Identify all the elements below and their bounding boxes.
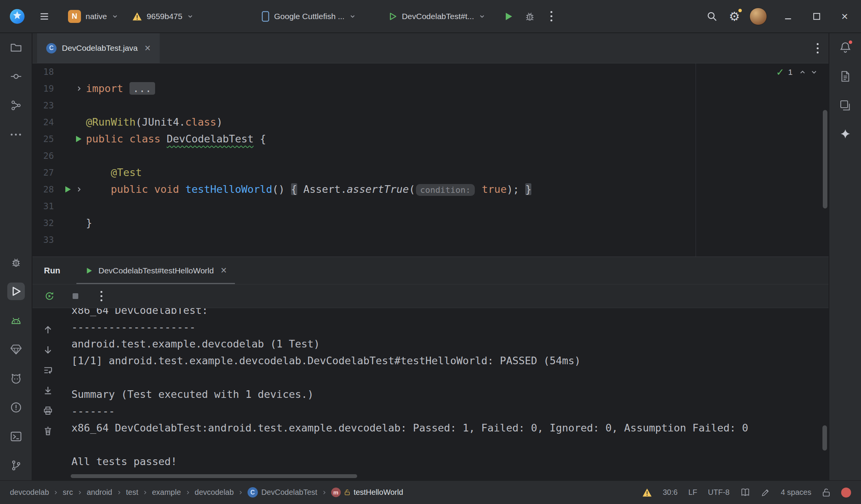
window-maximize-button[interactable] xyxy=(813,13,821,20)
line-number: 25 xyxy=(32,131,54,147)
code-line[interactable]: 33 xyxy=(32,231,829,248)
code-text: public class DevCodelabTest { xyxy=(86,131,266,147)
code-line[interactable]: 26 xyxy=(32,147,829,164)
console-output[interactable]: x86_64 DevCodelabTest:------------------… xyxy=(63,308,829,480)
indent-setting[interactable]: 4 spaces xyxy=(781,488,811,497)
run-tab-close-icon[interactable]: × xyxy=(221,265,227,276)
search-everywhere-icon[interactable] xyxy=(703,7,721,26)
pull-requests-tool-icon[interactable] xyxy=(7,97,25,114)
run-button[interactable] xyxy=(499,7,518,26)
caret-position[interactable]: 30:6 xyxy=(663,488,678,497)
code-line[interactable]: 32} xyxy=(32,215,829,231)
breadcrumb-item[interactable]: src xyxy=(63,488,73,497)
soft-wrap-icon[interactable] xyxy=(40,362,55,378)
status-warning-icon[interactable] xyxy=(642,488,652,497)
console-line xyxy=(71,436,829,453)
fold-gutter-icon[interactable] xyxy=(75,186,83,193)
console-more-kebab[interactable] xyxy=(94,289,109,304)
prev-highlight-chevron[interactable] xyxy=(799,68,806,76)
run-configuration-name: DevCodelabTest#t... xyxy=(402,12,474,21)
inspections-count: 1 xyxy=(788,68,793,77)
prev-occurrence-icon[interactable] xyxy=(40,322,55,337)
scroll-to-end-icon[interactable] xyxy=(40,383,55,398)
editor-scrollbar-thumb[interactable] xyxy=(823,110,827,208)
print-icon[interactable] xyxy=(40,403,55,418)
code-line[interactable]: 24@RunWith(JUnit4.class) xyxy=(32,114,829,131)
file-unlock-icon[interactable] xyxy=(822,488,830,497)
breadcrumb-item[interactable]: devcodelab xyxy=(195,488,234,497)
terminal-tool-icon[interactable] xyxy=(7,428,25,445)
user-avatar[interactable] xyxy=(749,8,767,25)
breadcrumb-item[interactable]: android xyxy=(87,488,112,497)
problems-tool-icon[interactable] xyxy=(7,399,25,416)
debug-tool-icon[interactable] xyxy=(7,254,25,271)
run-test-gutter-icon[interactable] xyxy=(74,134,83,144)
code-line[interactable]: 18 xyxy=(32,63,829,80)
code-line[interactable]: 27 @Test xyxy=(32,164,829,181)
gemini-spark-icon[interactable] xyxy=(837,126,854,143)
run-test-gutter-icon[interactable] xyxy=(63,185,72,194)
code-editor[interactable]: 1819import ...2324@RunWith(JUnit4.class)… xyxy=(32,63,829,257)
error-indicator-badge[interactable] xyxy=(841,488,851,498)
logcat-cat-icon[interactable] xyxy=(7,370,25,387)
fold-gutter-icon[interactable] xyxy=(75,85,83,92)
console-line: All tests passed! xyxy=(71,453,829,470)
commit-tool-icon[interactable] xyxy=(7,68,25,85)
breadcrumb-item[interactable]: example xyxy=(152,488,181,497)
line-gutter: 33 xyxy=(32,231,86,248)
project-tool-icon[interactable] xyxy=(7,39,25,56)
unlock-icon xyxy=(344,489,350,496)
main-menu-hamburger[interactable] xyxy=(35,7,53,26)
main-area: C DevCodelabTest.java × 1819import ...23… xyxy=(32,33,829,480)
notifications-bell-icon[interactable] xyxy=(837,39,854,56)
device-selector[interactable]: Google Cuttlefish ... xyxy=(256,6,361,27)
run-panel-header: Run DevCodelabTest#testHelloWorld × xyxy=(32,257,829,284)
code-line[interactable]: 25public class DevCodelabTest { xyxy=(32,131,829,147)
tab-close-icon[interactable]: × xyxy=(144,43,151,53)
rerun-button[interactable] xyxy=(42,289,57,304)
next-occurrence-icon[interactable] xyxy=(40,342,55,357)
editor-tab-devcodelabtest[interactable]: C DevCodelabTest.java × xyxy=(37,33,160,63)
breadcrumb-item[interactable]: mtestHelloWorld xyxy=(331,488,403,497)
breadcrumb-item[interactable]: test xyxy=(126,488,138,497)
breadcrumb-item[interactable]: CDevCodelabTest xyxy=(248,487,317,498)
profiler-gem-icon[interactable] xyxy=(7,341,25,358)
debug-button[interactable] xyxy=(521,7,539,26)
console-scrollbar-thumb[interactable] xyxy=(822,425,827,451)
run-configuration-selector[interactable]: DevCodelabTest#t... xyxy=(383,6,491,27)
code-line[interactable]: 19import ... xyxy=(32,80,829,97)
file-encoding[interactable]: UTF-8 xyxy=(708,488,730,497)
run-tool-icon[interactable] xyxy=(7,283,25,300)
settings-gear-icon[interactable]: ⚙ xyxy=(725,7,743,26)
stop-button[interactable] xyxy=(68,289,83,304)
layers-icon[interactable] xyxy=(837,97,854,114)
code-line[interactable]: 31 xyxy=(32,198,829,215)
breadcrumb-item[interactable]: devcodelab xyxy=(10,488,49,497)
vcs-widget[interactable]: 9659b475 xyxy=(127,6,199,27)
left-rail-top-group xyxy=(7,39,25,143)
code-text: import ... xyxy=(86,80,155,97)
running-devices-android-icon[interactable] xyxy=(7,312,25,329)
right-rail-top-group xyxy=(837,39,854,143)
clear-console-trash-icon[interactable] xyxy=(40,423,55,438)
next-highlight-chevron[interactable] xyxy=(810,68,818,76)
device-explorer-icon[interactable] xyxy=(837,68,854,85)
highlighting-pen-icon[interactable] xyxy=(761,488,770,497)
tab-options-kebab[interactable] xyxy=(817,33,819,63)
line-separator[interactable]: LF xyxy=(688,488,697,497)
run-panel-tab[interactable]: DevCodelabTest#testHelloWorld × xyxy=(76,257,235,284)
code-text: @RunWith(JUnit4.class) xyxy=(86,114,223,131)
line-gutter: 27 xyxy=(32,164,86,181)
reader-mode-icon[interactable] xyxy=(740,488,750,497)
code-line[interactable]: 28 public void testHelloWorld() { Assert… xyxy=(32,181,829,198)
line-gutter: 19 xyxy=(32,80,86,97)
code-line[interactable]: 23 xyxy=(32,97,829,114)
inspections-widget[interactable]: ✓ 1 xyxy=(776,66,818,78)
version-control-branch-icon[interactable] xyxy=(7,457,25,474)
project-widget[interactable]: N native xyxy=(63,6,124,27)
more-actions-kebab[interactable] xyxy=(542,7,560,26)
more-tool-windows-icon[interactable] xyxy=(7,126,25,143)
window-close-button[interactable]: × xyxy=(841,10,848,23)
window-minimize-button[interactable] xyxy=(784,12,792,21)
console-hscrollbar-thumb[interactable] xyxy=(71,474,357,478)
